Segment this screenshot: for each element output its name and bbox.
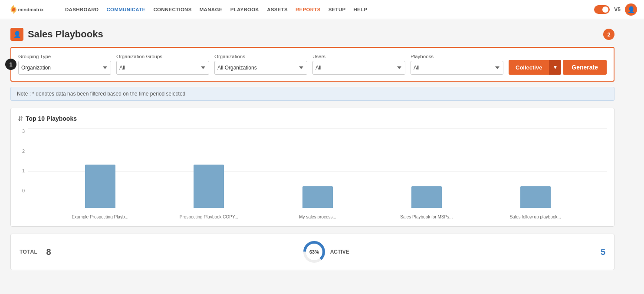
donut-chart: 63% [302,240,326,264]
page-title-row: 👤 Sales Playbooks 2 [10,28,614,41]
y-label-1: 1 [22,168,25,173]
playbooks-label: Playbooks [411,54,503,59]
page-icon: 👤 [10,28,23,41]
x-label-4: Sales Playbook for MSPs... [372,215,481,219]
chart-section: ⇵ Top 10 Playbooks 3 2 1 0 [10,108,614,227]
version-label: V5 [614,7,621,13]
nav-setup[interactable]: SETUP [329,7,346,12]
filter-badge-1: 1 [5,59,16,70]
collective-dropdown[interactable]: ▼ [549,60,561,75]
bar-5 [520,186,551,208]
organizations-label: Organizations [214,54,307,59]
nav-links: DASHBOARD COMMUNICATE CONNECTIONS MANAGE… [65,7,594,12]
grid-line-3 [28,128,607,129]
bar-4 [411,186,442,208]
nav-help[interactable]: HELP [354,7,368,12]
organizations-group: Organizations All Organizations [214,54,307,75]
collective-group: Collective ▼ [509,60,561,75]
note-bar: Note : * denotes data has been filtered … [10,87,614,101]
grouping-type-select[interactable]: Organization [18,61,111,75]
x-labels: Example Prospecting Playb... Prospecting… [28,215,607,219]
chart-title: Top 10 Playbooks [26,115,77,122]
grid-line-2 [28,150,607,150]
svg-text:mindmatrix: mindmatrix [18,7,44,12]
bar-3 [302,186,333,208]
bar-group-1 [46,165,154,208]
logo[interactable]: mindmatrix [7,3,55,17]
x-label-1: Example Prospecting Playb... [46,215,154,219]
organizations-select[interactable]: All Organizations [214,61,307,75]
active-label: ACTIVE [330,249,349,255]
donut-area: 63% ACTIVE [302,240,349,264]
playbooks-select[interactable]: All [411,61,503,75]
page-title: Sales Playbooks [28,29,103,40]
y-axis: 3 2 1 0 [22,128,25,206]
nav-assets[interactable]: ASSETS [267,7,288,12]
bar-chart: 3 2 1 0 [18,128,607,219]
grouping-type-label: Grouping Type [18,54,111,59]
org-groups-group: Organization Groups All [116,54,209,75]
top-nav: mindmatrix DASHBOARD COMMUNICATE CONNECT… [0,0,644,19]
sort-icon: ⇵ [18,115,23,122]
bar-1 [85,165,115,208]
x-label-2: Prospecting Playbook COPY... [154,215,263,219]
x-label-5: Sales follow up playbook... [481,215,590,219]
total-label: TOTAL [20,249,37,255]
nav-playbook[interactable]: PLAYBOOK [230,7,260,12]
filter-box: 1 Grouping Type Organization Organizatio… [10,47,614,82]
collective-button[interactable]: Collective [509,60,549,75]
generate-button[interactable]: Generate [563,60,607,75]
playbooks-group: Playbooks All [411,54,503,75]
x-label-3: My sales process... [263,215,372,219]
users-label: Users [312,54,405,59]
active-value: 5 [601,247,605,257]
y-label-3: 3 [22,129,25,134]
org-groups-label: Organization Groups [116,54,209,59]
nav-manage[interactable]: MANAGE [200,7,223,12]
total-value: 8 [46,247,51,257]
nav-connections[interactable]: CONNECTIONS [153,7,191,12]
svg-text:63%: 63% [309,249,319,254]
page-content: 👤 Sales Playbooks 2 1 Grouping Type Orga… [0,19,625,279]
grouping-type-group: Grouping Type Organization [18,54,111,75]
footer-row: TOTAL 8 63% ACTIVE 5 [10,234,614,270]
y-label-2: 2 [22,149,25,154]
bar-2 [194,165,224,208]
nav-reports[interactable]: REPORTS [296,7,321,12]
nav-dashboard[interactable]: DASHBOARD [65,7,99,12]
org-groups-select[interactable]: All [116,61,209,75]
nav-right: V5 👤 [594,3,637,16]
users-group: Users All [312,54,405,75]
avatar[interactable]: 👤 [625,3,637,16]
bar-group-5 [481,186,590,208]
page-title-left: 👤 Sales Playbooks [10,28,103,41]
bar-group-4 [372,186,481,208]
bars-container [28,165,607,208]
bar-group-3 [263,186,372,208]
chart-area: Example Prospecting Playb... Prospecting… [28,128,607,219]
users-select[interactable]: All [312,61,405,75]
y-label-0: 0 [22,188,25,193]
toggle-switch[interactable] [594,5,610,14]
bar-group-2 [154,165,263,208]
page-badge-2: 2 [603,29,614,40]
nav-communicate[interactable]: COMMUNICATE [106,7,145,12]
chart-title-row: ⇵ Top 10 Playbooks [18,115,607,122]
note-text: Note : * denotes data has been filtered … [17,91,185,97]
